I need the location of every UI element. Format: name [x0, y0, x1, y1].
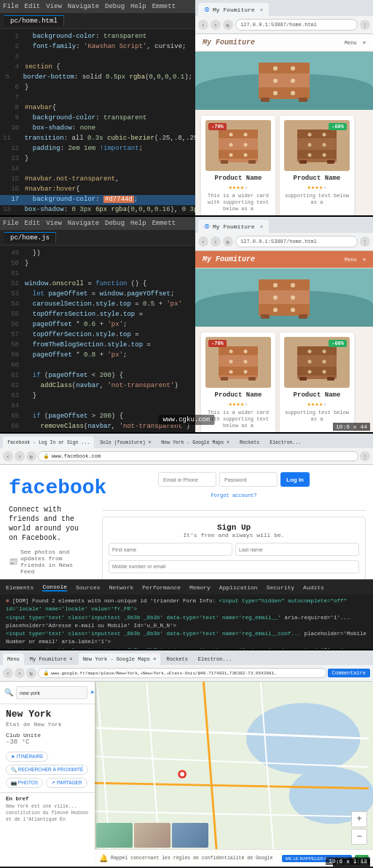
- devtools-tab-security[interactable]: Security: [267, 584, 294, 591]
- menu-emmett[interactable]: Emmett: [152, 3, 176, 10]
- reload-button-2[interactable]: ↻: [223, 236, 233, 247]
- fb-tab-electron[interactable]: Electron...: [265, 437, 305, 448]
- forward-button-2[interactable]: ›: [211, 236, 221, 247]
- editor-tab-css[interactable]: pc/home.html: [4, 15, 64, 26]
- maps-thumb-1[interactable]: [96, 823, 133, 848]
- section-facebook: facebook - Log In or Sign ... Solo (foum…: [0, 434, 373, 650]
- fb-tab-foumiture[interactable]: Solo (foumiture) ×: [95, 437, 155, 448]
- maps-tab-electron[interactable]: Electron...: [194, 653, 236, 665]
- settings-button-2[interactable]: ⋮: [360, 236, 370, 247]
- browser-tab-furniture-1[interactable]: ⦿ My Foumiture ×: [198, 3, 269, 16]
- svg-rect-71: [327, 377, 334, 381]
- devtools-tab-performance[interactable]: Performance: [142, 584, 181, 591]
- maps-address-bar[interactable]: 🔒 www.google.fr/maps/place/New+York,+New…: [38, 668, 326, 678]
- menu-view[interactable]: View: [46, 3, 62, 10]
- fb-address-bar[interactable]: 🔒 www.facebook.com: [38, 451, 358, 461]
- fb-tab-facebook[interactable]: facebook - Log In or Sign ...: [3, 437, 94, 448]
- svg-rect-35: [327, 160, 334, 164]
- fb-reload-button[interactable]: ↻: [26, 451, 36, 461]
- menu-file-2[interactable]: File: [3, 220, 19, 227]
- menu-debug-2[interactable]: Debug: [105, 220, 125, 227]
- maps-reload-button[interactable]: ↻: [26, 668, 36, 678]
- back-button-2[interactable]: ‹: [198, 236, 208, 247]
- devtools-tab-console[interactable]: Console: [42, 584, 67, 592]
- menu-navigate[interactable]: Navigate: [68, 3, 99, 10]
- maps-photos-button[interactable]: 📷 PHOTOS: [6, 778, 43, 788]
- editor-tab-js[interactable]: pc/home.js: [4, 232, 56, 243]
- product-stars-4: ★★★★★: [284, 400, 350, 408]
- reload-button[interactable]: ↻: [223, 20, 233, 30]
- fb-forgot-link[interactable]: Forgot account?: [211, 493, 256, 498]
- menu-emmett-2[interactable]: Emmett: [152, 220, 176, 227]
- nav-menu[interactable]: Menu: [345, 40, 357, 46]
- devtools-tab-memory[interactable]: Memory: [189, 584, 211, 591]
- maps-search-nearby-button[interactable]: 🔍 RECHERCHER À PROXIMITÉ: [6, 765, 88, 775]
- svg-point-54: [229, 359, 233, 363]
- menu-edit[interactable]: Edit: [25, 3, 41, 10]
- menu-edit-2[interactable]: Edit: [25, 220, 41, 227]
- menu-help-2[interactable]: Help: [130, 220, 146, 227]
- svg-point-66: [308, 359, 312, 363]
- browser-tabs-1: ⦿ My Foumiture ×: [195, 0, 373, 16]
- svg-point-32: [308, 153, 312, 156]
- devtools-tab-network[interactable]: Network: [109, 584, 134, 591]
- furniture-nav-links-2: Menu ≡: [345, 257, 366, 263]
- back-button[interactable]: ‹: [198, 20, 208, 30]
- address-bar-1[interactable]: 127.0.0.1:53887/home.html: [235, 19, 358, 31]
- maps-thumb-3[interactable]: [172, 823, 208, 848]
- svg-point-9: [291, 91, 295, 95]
- fb-right-panel: Log In Forgot account? Sign Up It's free…: [95, 465, 373, 590]
- menu-debug[interactable]: Debug: [105, 3, 125, 10]
- menu-navigate-2[interactable]: Navigate: [68, 220, 99, 227]
- address-bar-2[interactable]: 127.0.0.1:53887/home.html: [235, 236, 358, 247]
- fb-settings-button[interactable]: ⋮: [360, 451, 370, 461]
- menu-file[interactable]: File: [3, 3, 19, 10]
- nav-about[interactable]: ≡: [363, 40, 366, 46]
- nav-menu-2[interactable]: Menu: [345, 257, 357, 263]
- forward-button[interactable]: ›: [211, 20, 221, 30]
- maps-info-text: New York est une ville... constitution d…: [6, 803, 89, 823]
- fb-back-button[interactable]: ‹: [3, 451, 13, 461]
- fb-tab-maps[interactable]: New York - Google Maps ×: [157, 437, 234, 448]
- fb-firstname-input[interactable]: [109, 543, 232, 556]
- maps-itineraire-button[interactable]: ➤ ITINÉRAIRE: [6, 752, 48, 762]
- svg-point-52: [229, 349, 233, 353]
- maps-forward-button[interactable]: ›: [15, 668, 25, 678]
- devtools-tab-sources[interactable]: Sources: [76, 584, 101, 591]
- fb-mobile-input[interactable]: [109, 560, 359, 573]
- maps-commentaire-button[interactable]: Commentaire: [328, 669, 370, 677]
- devtools-tab-audits[interactable]: Audits: [303, 584, 324, 591]
- svg-rect-63: [297, 367, 337, 375]
- maps-tab-menu[interactable]: Menu: [3, 653, 24, 665]
- facebook-main: facebook - Log In or Sign ... Solo (foum…: [0, 434, 373, 579]
- nav-hamburger-2[interactable]: ≡: [363, 257, 366, 263]
- fb-password-input[interactable]: [219, 472, 278, 487]
- svg-point-57: [244, 370, 248, 373]
- maps-thumb-2[interactable]: [134, 823, 170, 848]
- devtools-tab-elements[interactable]: Elements: [6, 584, 34, 591]
- fb-email-input[interactable]: [158, 472, 216, 487]
- maps-directions-icon[interactable]: ➤: [90, 688, 95, 697]
- product-text-4: supporting text below as a: [284, 410, 350, 423]
- fb-lastname-input[interactable]: [235, 543, 359, 556]
- fb-tab-rockets[interactable]: Rockets: [235, 437, 264, 448]
- svg-point-64: [308, 349, 312, 353]
- menu-view-2[interactable]: View: [46, 220, 62, 227]
- maps-share-button[interactable]: ↗ PARTAGER: [46, 778, 87, 788]
- maps-tab-newyork[interactable]: New York - Google Maps ×: [79, 653, 161, 665]
- maps-zoom-out-button[interactable]: −: [351, 829, 367, 845]
- menu-help[interactable]: Help: [130, 3, 146, 10]
- devtools-tab-application[interactable]: Application: [219, 584, 258, 591]
- fb-login-button[interactable]: Log In: [280, 472, 310, 487]
- browser-tab-furniture-2[interactable]: ⦿ My Foumiture ×: [198, 220, 269, 233]
- maps-zoom-in-button[interactable]: +: [351, 811, 367, 827]
- maps-nav: ‹ › ↻ 🔒 www.google.fr/maps/place/New+Yor…: [0, 665, 373, 681]
- svg-point-21: [244, 153, 248, 156]
- privacy-icon: 🔔: [99, 854, 108, 863]
- maps-back-button[interactable]: ‹: [3, 668, 13, 678]
- fb-forward-button[interactable]: ›: [15, 451, 25, 461]
- settings-button[interactable]: ⋮: [360, 20, 370, 30]
- maps-tab-rockets[interactable]: Rockets: [162, 653, 192, 665]
- maps-tab-foumiture[interactable]: My Foumiture ×: [25, 653, 77, 665]
- maps-search-input[interactable]: [16, 686, 87, 699]
